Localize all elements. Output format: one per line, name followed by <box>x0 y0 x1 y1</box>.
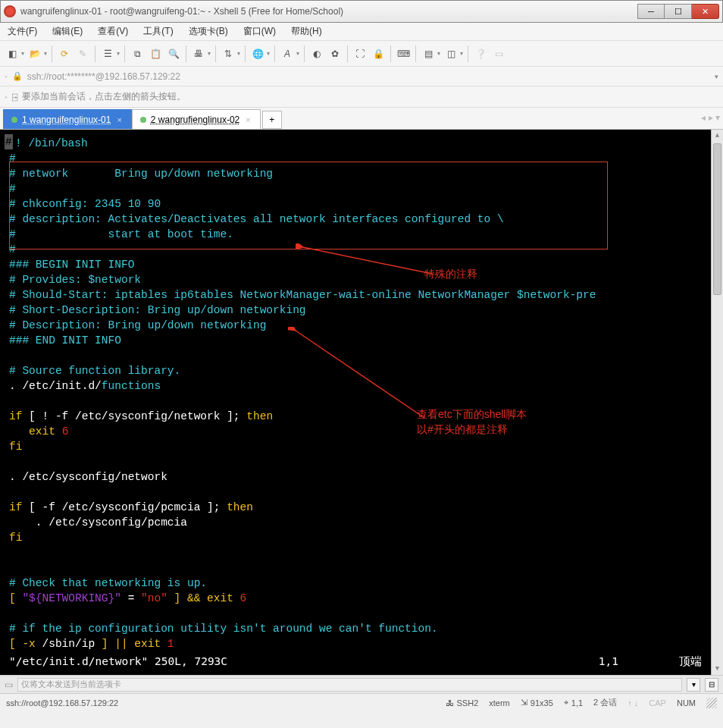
status-ssh: 🖧 SSH2 <box>446 698 479 708</box>
hint-arrow-icon[interactable]: ⍈ <box>12 92 17 102</box>
tab-session-2[interactable]: 2 wangrufienglinux-02 × <box>132 109 261 129</box>
addr-bullet-icon: ● <box>5 74 8 79</box>
lock-small-icon: 🔒 <box>12 71 23 81</box>
copy-icon[interactable]: ⧉ <box>130 46 145 61</box>
compose-target-icon[interactable]: ⊟ <box>705 678 718 692</box>
tab-nav-arrows[interactable]: ◂ ▸ ▾ <box>701 112 720 123</box>
tab-add-button[interactable]: + <box>262 111 282 129</box>
help-icon[interactable]: ❔ <box>473 46 488 61</box>
status-connection: ssh://root@192.168.57.129:22 <box>6 698 118 708</box>
close-button[interactable]: ✕ <box>692 4 719 19</box>
status-size: ⇲ 91x35 <box>521 698 553 708</box>
menu-window[interactable]: 窗口(W) <box>240 24 279 39</box>
terminal-scrollbar[interactable]: ▲ ▼ <box>711 130 723 675</box>
color-scheme-icon[interactable]: ◐ <box>309 46 324 61</box>
print-icon[interactable]: 🖶 <box>191 46 206 61</box>
tab-close-icon[interactable]: × <box>244 115 252 124</box>
fullscreen-icon[interactable]: ⛶ <box>352 46 368 61</box>
tile-icon[interactable]: ◫ <box>443 46 459 61</box>
hint-bar: ● ⍈ 要添加当前会话，点击左侧的箭头按钮。 <box>0 86 723 108</box>
menu-tools[interactable]: 工具(T) <box>140 24 176 39</box>
highlight-icon[interactable]: ✿ <box>327 46 343 61</box>
status-dot-icon <box>11 117 17 123</box>
reconnect-icon[interactable]: ⟳ <box>57 46 72 61</box>
window-title: wangruifenglinux-01 - root@wangruifeng-0… <box>20 6 637 17</box>
keyboard-icon[interactable]: ⌨ <box>396 46 411 61</box>
terminal-view[interactable]: # ! /bin/bash # # network Bring up/down … <box>0 129 723 675</box>
menu-bar: 文件(F) 编辑(E) 查看(V) 工具(T) 选项卡(B) 窗口(W) 帮助(… <box>0 23 723 41</box>
tab-1-label: 1 wangruifenglinux-01 <box>22 115 111 125</box>
menu-help[interactable]: 帮助(H) <box>288 24 325 39</box>
tab-2-label: 2 wangrufienglinux-02 <box>151 115 239 125</box>
status-term: xterm <box>489 698 510 708</box>
address-bar: ● 🔒 ssh://root:********@192.168.57.129:2… <box>0 67 723 86</box>
vim-status-line: "/etc/init.d/network" 250L, 7293C 1,1顶端 <box>9 654 702 669</box>
hint-bullet-icon: ● <box>5 95 8 99</box>
cursor-hash: # <box>5 134 13 149</box>
scroll-up-icon[interactable]: ▲ <box>712 130 723 142</box>
status-sessions: 2 会话 <box>593 697 617 708</box>
compose-input[interactable]: 仅将文本发送到当前选项卡 <box>17 678 682 692</box>
scroll-thumb[interactable] <box>713 143 721 295</box>
paste-icon[interactable]: 📋 <box>148 46 163 61</box>
compose-bar-icon[interactable]: ▭ <box>491 46 506 61</box>
new-session-icon[interactable]: ◧ <box>5 46 20 61</box>
status-pos: ⌖ 1,1 <box>564 698 583 708</box>
menu-tabs[interactable]: 选项卡(B) <box>186 24 231 39</box>
menu-view[interactable]: 查看(V) <box>95 24 131 39</box>
scroll-down-icon[interactable]: ▼ <box>712 663 723 675</box>
resize-grip-icon[interactable] <box>706 698 717 708</box>
menu-edit[interactable]: 编辑(E) <box>49 24 86 39</box>
properties-icon[interactable]: ☰ <box>100 46 115 61</box>
window-controls: ─ ☐ ✕ <box>637 4 719 19</box>
status-num: NUM <box>677 698 696 708</box>
transfer-icon[interactable]: ⇅ <box>221 46 236 61</box>
address-dropdown-icon[interactable]: ▾ <box>715 73 718 80</box>
toolbar: ◧▾ 📂▾ ⟳ ✎ ☰▾ ⧉ 📋 🔍 🖶▾ ⇅▾ 🌐▾ A▾ ◐ ✿ ⛶ 🔒 ⌨… <box>0 41 723 67</box>
tab-bar: 1 wangruifenglinux-01 × 2 wangrufienglin… <box>0 108 723 129</box>
open-icon[interactable]: 📂 <box>27 46 42 61</box>
compose-dropdown-icon[interactable]: ▾ <box>687 678 700 692</box>
title-bar: wangruifenglinux-01 - root@wangruifeng-0… <box>0 0 723 23</box>
maximize-button[interactable]: ☐ <box>665 4 692 19</box>
compose-prefix-icon[interactable]: ▭ <box>5 679 13 690</box>
layout-icon[interactable]: ▤ <box>421 46 436 61</box>
status-dot-icon <box>140 117 146 123</box>
font-icon[interactable]: A <box>280 46 295 61</box>
hint-text: 要添加当前会话，点击左侧的箭头按钮。 <box>22 90 186 103</box>
tab-close-icon[interactable]: × <box>115 115 123 124</box>
globe-icon[interactable]: 🌐 <box>250 46 265 61</box>
compose-bar: ▭ 仅将文本发送到当前选项卡 ▾ ⊟ <box>0 675 723 693</box>
status-cap: CAP <box>649 698 666 708</box>
app-icon <box>4 5 16 17</box>
disconnect-icon[interactable]: ✎ <box>75 46 90 61</box>
lock-icon[interactable]: 🔒 <box>371 46 386 61</box>
find-icon[interactable]: 🔍 <box>166 46 181 61</box>
tab-session-1[interactable]: 1 wangruifenglinux-01 × <box>3 109 132 129</box>
status-updown-icon: ↑ ↓ <box>628 698 638 708</box>
status-bar: ssh://root@192.168.57.129:22 🖧 SSH2 xter… <box>0 693 723 711</box>
minimize-button[interactable]: ─ <box>637 4 665 19</box>
menu-file[interactable]: 文件(F) <box>5 24 40 39</box>
address-text[interactable]: ssh://root:********@192.168.57.129:22 <box>27 71 180 82</box>
